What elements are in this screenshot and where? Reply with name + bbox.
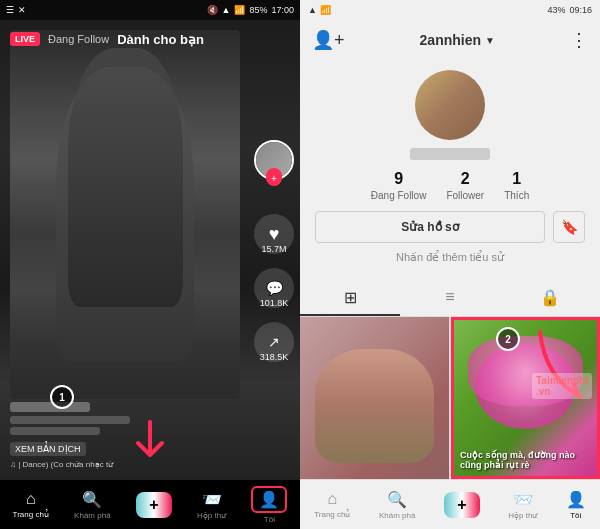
right-bottom-nav: ⌂ Trang chủ 🔍 Khám phá + 📨 Hộp thư 👤 Tôi bbox=[300, 479, 600, 529]
tab-for-you[interactable]: Dành cho bạn bbox=[117, 32, 204, 47]
right-status-icons: ▲ 📶 bbox=[308, 5, 331, 15]
desc-line2 bbox=[10, 427, 100, 435]
wifi-icon: ▲ bbox=[222, 5, 231, 15]
right-wifi-icon: ▲ bbox=[308, 5, 317, 15]
like-button[interactable]: ♥ 15.7M bbox=[254, 214, 294, 254]
comment-count: 101.8K bbox=[254, 298, 294, 308]
rnav-inbox[interactable]: 📨 Hộp thư bbox=[508, 490, 537, 520]
creator-avatar-container[interactable]: + bbox=[254, 140, 294, 180]
signal-icon: 📶 bbox=[234, 5, 245, 15]
grid-item-2-text: Cuộc sống mà, đường nào cũng phải rụt rè bbox=[460, 450, 591, 470]
bookmark-button[interactable]: 🔖 bbox=[553, 211, 585, 243]
video-bottom-info: XEM BẢN DỊCH ♫ | Dance) (Co chứa nhạc từ bbox=[10, 402, 240, 469]
nav-profile[interactable]: 👤 Tôi bbox=[251, 486, 287, 524]
rnav-search[interactable]: 🔍 Khám phá bbox=[379, 490, 415, 520]
like-count: 15.7M bbox=[254, 244, 294, 254]
time-display: 17:00 bbox=[271, 5, 294, 15]
share-count: 318.5K bbox=[254, 352, 294, 362]
stats-row: 9 Đang Follow 2 Follower 1 Thích bbox=[371, 170, 529, 201]
rnav-profile-icon: 👤 bbox=[566, 490, 586, 509]
step2-badge: 2 bbox=[496, 327, 520, 351]
home-icon: ⌂ bbox=[26, 490, 36, 508]
grid-item-1[interactable] bbox=[300, 317, 449, 479]
profile-username: 2annhien bbox=[420, 32, 481, 48]
step1-badge: 1 bbox=[50, 385, 74, 409]
left-bottom-nav: ⌂ Trang chủ 🔍 Khám phá + 📨 Hộp thư 👤 Tôi bbox=[0, 479, 300, 529]
video-person bbox=[10, 30, 240, 399]
rnav-search-label: Khám phá bbox=[379, 511, 415, 520]
username-blurred bbox=[10, 402, 90, 412]
following-count: 9 bbox=[394, 170, 403, 188]
profile-tabs: ⊞ ≡ 🔒 bbox=[300, 280, 600, 317]
nav-home-label: Trang chủ bbox=[13, 510, 49, 519]
profile-action-buttons: Sửa hồ sơ 🔖 bbox=[315, 211, 585, 243]
watermark: Taimienphi.vn bbox=[532, 373, 592, 399]
live-badge: LIVE bbox=[10, 32, 40, 46]
rnav-profile[interactable]: 👤 Tôi bbox=[566, 490, 586, 520]
mute-icon: 🔇 bbox=[207, 5, 218, 15]
right-status-bar: ▲ 📶 43% 09:16 bbox=[300, 0, 600, 20]
bookmark-icon: 🔖 bbox=[561, 219, 578, 235]
close-icon: ✕ bbox=[18, 5, 26, 15]
rnav-inbox-icon: 📨 bbox=[513, 490, 533, 509]
username-row bbox=[10, 402, 240, 412]
nav-search[interactable]: 🔍 Khám phá bbox=[74, 490, 110, 520]
plus-icon: + bbox=[136, 492, 172, 518]
rnav-home-label: Trang chủ bbox=[314, 510, 350, 519]
nav-home[interactable]: ⌂ Trang chủ bbox=[13, 490, 49, 519]
left-status-left: ☰ ✕ bbox=[6, 5, 26, 15]
left-status-bar: ☰ ✕ 🔇 ▲ 📶 85% 17:00 bbox=[0, 0, 300, 20]
profile-section: 9 Đang Follow 2 Follower 1 Thích Sửa hồ … bbox=[300, 60, 600, 280]
desc-line1 bbox=[10, 416, 130, 424]
nav-inbox[interactable]: 📨 Hộp thư bbox=[197, 490, 226, 520]
profile-tab-active[interactable]: 👤 bbox=[251, 486, 287, 513]
bio-placeholder[interactable]: Nhấn để thêm tiểu sử bbox=[396, 251, 504, 264]
tab-list[interactable]: ≡ bbox=[400, 280, 500, 316]
edit-profile-button[interactable]: Sửa hồ sơ bbox=[315, 211, 545, 243]
left-top-bar: LIVE Đang Follow Dành cho bạn bbox=[0, 20, 300, 58]
search-icon: 🔍 bbox=[82, 490, 102, 509]
profile-icon: 👤 bbox=[259, 491, 279, 508]
nav-plus[interactable]: + bbox=[136, 492, 172, 518]
followers-count: 2 bbox=[461, 170, 470, 188]
music-info: ♫ | Dance) (Co chứa nhạc từ bbox=[10, 460, 240, 469]
rnav-inbox-label: Hộp thư bbox=[508, 511, 537, 520]
dropdown-icon[interactable]: ▼ bbox=[485, 35, 495, 46]
add-friend-icon[interactable]: 👤+ bbox=[312, 29, 345, 51]
followers-label: Follower bbox=[446, 190, 484, 201]
rnav-profile-label: Tôi bbox=[570, 511, 581, 520]
stat-likes: 1 Thích bbox=[504, 170, 529, 201]
following-label: Đang Follow bbox=[371, 190, 427, 201]
nav-inbox-label: Hộp thư bbox=[197, 511, 226, 520]
rnav-home[interactable]: ⌂ Trang chủ bbox=[314, 490, 350, 519]
likes-count: 1 bbox=[512, 170, 521, 188]
likes-label: Thích bbox=[504, 190, 529, 201]
right-top-bar: 👤+ 2annhien ▼ ⋮ bbox=[300, 20, 600, 60]
translate-button[interactable]: XEM BẢN DỊCH bbox=[10, 442, 86, 456]
left-panel: ☰ ✕ 🔇 ▲ 📶 85% 17:00 LIVE Đang Follow Dàn… bbox=[0, 0, 300, 529]
more-icon[interactable]: ⋮ bbox=[570, 29, 588, 51]
content-grid: 2 Cuộc sống mà, đường nào cũng phải rụt … bbox=[300, 317, 600, 479]
arrow-down-left bbox=[130, 417, 170, 474]
follow-plus-icon[interactable]: + bbox=[266, 170, 282, 186]
right-panel: ▲ 📶 43% 09:16 👤+ 2annhien ▼ ⋮ 9 Đang Fol… bbox=[300, 0, 600, 529]
right-time: 09:16 bbox=[569, 5, 592, 15]
profile-name-blurred bbox=[410, 148, 490, 160]
stat-followers: 2 Follower bbox=[446, 170, 484, 201]
nav-profile-label: Tôi bbox=[264, 515, 275, 524]
share-button[interactable]: ↗ 318.5K bbox=[254, 322, 294, 362]
tab-follow[interactable]: Đang Follow bbox=[48, 33, 109, 45]
profile-avatar bbox=[415, 70, 485, 140]
rnav-plus-icon: + bbox=[444, 492, 480, 518]
tab-grid[interactable]: ⊞ bbox=[300, 280, 400, 316]
nav-search-label: Khám phá bbox=[74, 511, 110, 520]
rnav-search-icon: 🔍 bbox=[387, 490, 407, 509]
right-status-right: 43% 09:16 bbox=[547, 5, 592, 15]
grid-icon: ⊞ bbox=[344, 288, 357, 307]
left-status-right: 🔇 ▲ 📶 85% 17:00 bbox=[207, 5, 294, 15]
tab-private[interactable]: 🔒 bbox=[500, 280, 600, 316]
comment-button[interactable]: 💬 101.8K bbox=[254, 268, 294, 308]
right-action-buttons: + ♥ 15.7M 💬 101.8K ↗ 318.5K bbox=[254, 140, 294, 362]
battery-label: 85% bbox=[249, 5, 267, 15]
rnav-plus[interactable]: + bbox=[444, 492, 480, 518]
